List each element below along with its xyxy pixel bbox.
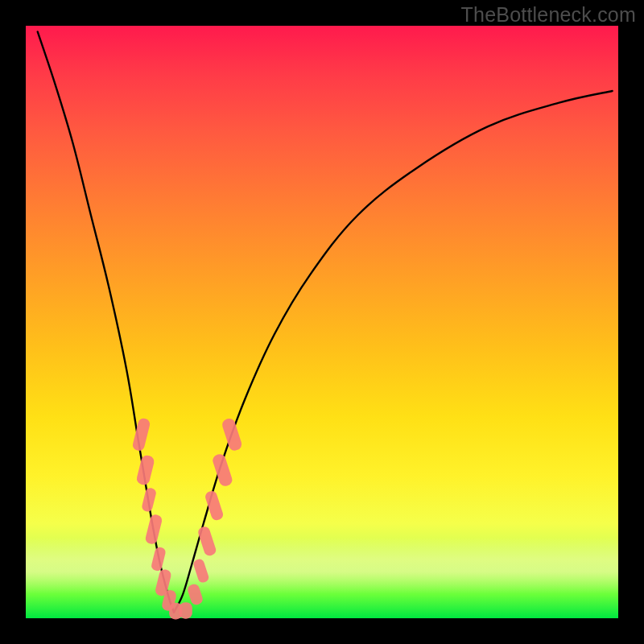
data-marker xyxy=(141,487,157,513)
data-marker xyxy=(204,489,224,522)
data-marker xyxy=(187,583,204,606)
data-marker xyxy=(144,514,163,545)
data-marker xyxy=(180,602,192,619)
data-marker xyxy=(221,417,243,452)
curve-layer xyxy=(26,26,618,618)
data-marker xyxy=(151,547,167,572)
chart-frame: TheBottleneck.com xyxy=(0,0,644,644)
plot-area xyxy=(26,26,618,618)
curve-right-branch xyxy=(174,91,613,613)
watermark-text: TheBottleneck.com xyxy=(461,3,636,27)
data-marker xyxy=(197,526,217,558)
data-marker xyxy=(192,558,210,584)
data-marker xyxy=(135,454,155,486)
